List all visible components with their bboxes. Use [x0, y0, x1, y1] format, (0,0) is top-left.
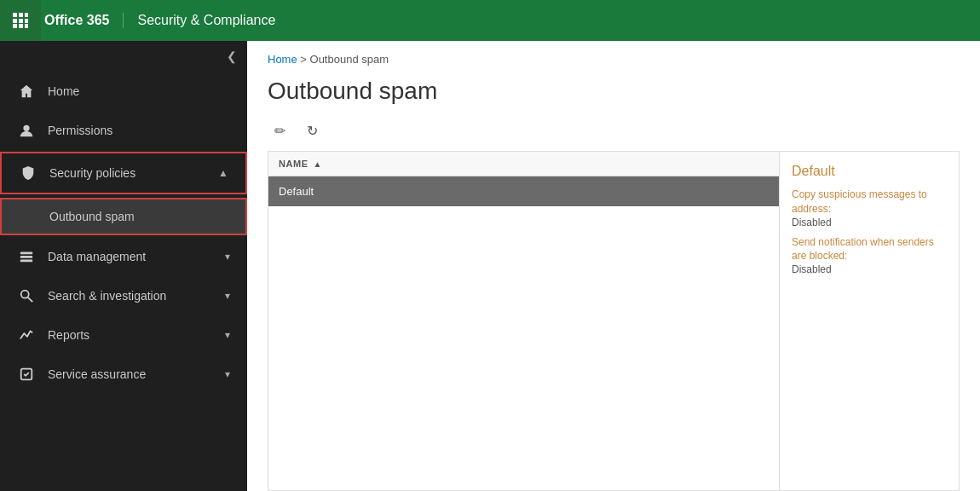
sidebar-collapse-button[interactable]: ❮: [0, 41, 247, 72]
svg-rect-3: [13, 19, 17, 23]
sidebar-home-label: Home: [48, 84, 230, 98]
service-assurance-chevron-icon: ▾: [225, 368, 230, 380]
toolbar: ✏ ↻: [247, 115, 980, 151]
svg-rect-0: [13, 13, 17, 17]
refresh-button[interactable]: ↻: [300, 118, 324, 142]
sidebar-sub-item-outbound-spam[interactable]: Outbound spam: [0, 198, 247, 235]
table-row[interactable]: Default: [268, 176, 779, 206]
data-management-icon: [17, 249, 36, 264]
svg-rect-4: [19, 19, 23, 23]
sidebar-item-reports[interactable]: Reports ▾: [0, 315, 247, 355]
grid-menu-button[interactable]: [0, 0, 41, 41]
detail-item-0: Copy suspicious messages to address: Dis…: [792, 188, 947, 228]
table-header: NAME ▲: [268, 152, 779, 176]
sidebar-item-service-assurance[interactable]: Service assurance ▾: [0, 355, 247, 394]
sidebar-item-data-management[interactable]: Data management ▾: [0, 237, 247, 276]
sidebar-outbound-spam-label: Outbound spam: [49, 210, 135, 223]
svg-rect-7: [19, 24, 23, 28]
sidebar-search-investigation-label: Search & investigation: [48, 289, 225, 303]
security-policies-icon: [19, 165, 37, 181]
breadcrumb-separator: >: [300, 53, 309, 66]
app-title: Security & Compliance: [124, 13, 275, 28]
column-name-label: NAME: [279, 159, 308, 169]
detail-panel: Default Copy suspicious messages to addr…: [780, 152, 959, 490]
svg-rect-12: [20, 260, 32, 263]
detail-item-1: Send notification when senders are block…: [792, 235, 947, 276]
detail-item-1-value: Disabled: [792, 263, 947, 275]
sidebar-service-assurance-label: Service assurance: [48, 367, 225, 381]
svg-point-9: [23, 125, 29, 131]
collapse-icon: ❮: [227, 49, 237, 63]
home-icon: [17, 84, 36, 99]
sidebar-item-permissions[interactable]: Permissions: [0, 111, 247, 150]
detail-item-0-text: Copy suspicious messages to address:: [792, 188, 947, 217]
search-chevron-icon: ▾: [225, 290, 230, 302]
sidebar-item-security-policies[interactable]: Security policies ▲: [0, 152, 247, 194]
svg-rect-8: [25, 24, 28, 28]
reports-chevron-icon: ▾: [225, 329, 230, 341]
breadcrumb-home-link[interactable]: Home: [268, 53, 297, 66]
detail-item-1-text: Send notification when senders are block…: [792, 235, 947, 264]
svg-line-14: [28, 297, 32, 302]
sidebar-security-policies-label: Security policies: [49, 166, 218, 180]
service-assurance-icon: [17, 367, 36, 382]
svg-rect-1: [19, 13, 23, 17]
sidebar-permissions-label: Permissions: [48, 124, 230, 137]
reports-icon: [17, 327, 36, 343]
permissions-icon: [17, 123, 36, 138]
topbar: Office 365 Security & Compliance: [0, 0, 980, 41]
breadcrumb-current: Outbound spam: [310, 53, 389, 66]
svg-rect-5: [25, 19, 28, 23]
table-left-panel: NAME ▲ Default: [268, 152, 780, 490]
security-policies-chevron-icon: ▲: [218, 167, 228, 179]
page-title: Outbound spam: [247, 71, 980, 115]
content-area: Home > Outbound spam Outbound spam ✏ ↻ N…: [247, 41, 980, 491]
sidebar-item-home[interactable]: Home: [0, 72, 247, 111]
table-row-label: Default: [279, 185, 314, 198]
breadcrumb: Home > Outbound spam: [247, 41, 980, 71]
detail-item-0-value: Disabled: [792, 217, 947, 228]
sidebar-data-management-label: Data management: [48, 250, 225, 263]
svg-rect-10: [20, 252, 32, 255]
main-layout: ❮ Home Permissions Security policies ▲: [0, 41, 980, 491]
sidebar: ❮ Home Permissions Security policies ▲: [0, 41, 247, 491]
svg-rect-6: [13, 24, 17, 28]
detail-title: Default: [792, 164, 947, 179]
table-container: NAME ▲ Default Default Copy suspicious m…: [268, 151, 960, 491]
app-name: Office 365: [41, 13, 124, 28]
search-icon: [17, 288, 36, 303]
data-management-chevron-icon: ▾: [225, 251, 230, 263]
sort-icon: ▲: [314, 159, 322, 169]
sidebar-reports-label: Reports: [48, 328, 225, 342]
edit-button[interactable]: ✏: [268, 118, 291, 142]
svg-rect-11: [20, 256, 32, 258]
svg-rect-2: [25, 13, 28, 17]
svg-point-13: [21, 291, 29, 298]
sidebar-item-search-investigation[interactable]: Search & investigation ▾: [0, 276, 247, 315]
